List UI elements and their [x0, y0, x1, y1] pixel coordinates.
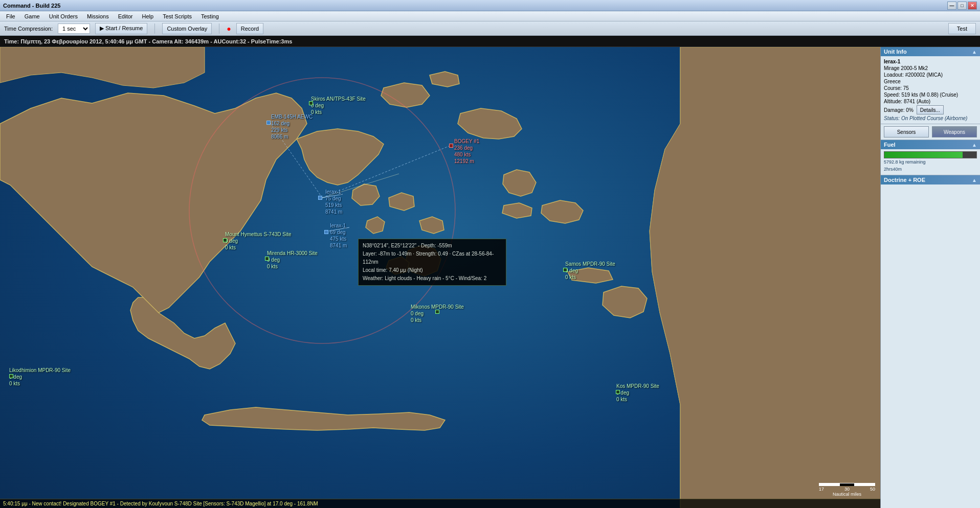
unit-likodhimion[interactable]: Likodhimion MPDR-90 Site 0 deg 0 kts: [9, 367, 71, 387]
menu-test-scripts[interactable]: Test Scripts: [159, 12, 196, 20]
minimize-button[interactable]: —: [947, 2, 956, 10]
weapons-button[interactable]: Weapons: [932, 126, 977, 137]
unit-samos[interactable]: Samos MPDR-90 Site 0 deg 0 kts: [565, 261, 615, 281]
unit-kos-name: Kos MPDR-90 Site: [616, 383, 659, 389]
fuel-content: 5792.8 kg remaining 2hrs40m: [881, 149, 980, 175]
unit-mirenda-course: 0 deg: [267, 257, 318, 263]
unit-samos-name: Samos MPDR-90 Site: [565, 261, 615, 267]
unit-likodhimion-name: Likodhimion MPDR-90 Site: [9, 367, 71, 374]
unit-skiros-course: 0 deg: [311, 102, 366, 109]
doctrine-header-label: Doctrine + ROE: [884, 177, 925, 183]
unit-ierax1a-course: 75 deg: [325, 195, 342, 202]
doctrine-header: Doctrine + ROE ▲: [881, 175, 980, 184]
unit-ierax1b-speed: 475 kts: [330, 236, 347, 242]
unit-emb145h-dot[interactable]: [266, 121, 271, 125]
unit-skiros-name: Skiros AN/TPS-43F Site: [311, 96, 366, 102]
fuel-remaining: 5792.8 kg remaining: [884, 158, 977, 166]
start-resume-button[interactable]: ▶ Start / Resume: [95, 23, 147, 34]
map[interactable]: Skiros AN/TPS-43F Site 0 deg 0 kts EMB-1…: [0, 47, 880, 508]
unit-samos-dot[interactable]: [563, 268, 567, 272]
unit-altitude-row: Altitude: 8741 (Auto): [884, 98, 977, 105]
scale-seg-1: [819, 483, 839, 486]
unit-course-row: Course: 75: [884, 85, 977, 91]
main-area: Skiros AN/TPS-43F Site 0 deg 0 kts EMB-1…: [0, 47, 980, 508]
unit-mirenda-dot[interactable]: [265, 257, 269, 261]
unit-ierax1a-dot[interactable]: [318, 196, 322, 200]
unit-mikonos-dot[interactable]: [435, 310, 439, 314]
unit-bogey1-dot[interactable]: [449, 144, 453, 148]
unit-skiros-dot[interactable]: [309, 101, 313, 105]
unit-mount-hymettus-dot[interactable]: [223, 238, 227, 242]
unit-bogey1-course: 236 deg: [454, 145, 479, 151]
unit-name-row: Ierax-1: [884, 58, 977, 65]
unit-altitude: Altitude: 8741 (Auto): [884, 99, 930, 104]
record-button[interactable]: Record: [236, 23, 263, 34]
unit-mount-hymettus[interactable]: Mount Hymettus S-743D Site 0 deg 0 kts: [225, 231, 292, 251]
scale-line: [819, 483, 875, 486]
unit-damage-row: Damage: 0% Details...: [884, 105, 977, 115]
menu-unit-orders[interactable]: Unit Orders: [45, 12, 82, 20]
fuel-header: Fuel ▲: [881, 140, 980, 149]
map-svg: [0, 47, 880, 508]
unit-likodhimion-dot[interactable]: [9, 374, 13, 378]
time-compression-select[interactable]: 1 sec 5 sec 15 sec 30 sec: [58, 24, 90, 34]
titlebar: Command - Build 225 — □ ✕: [0, 0, 980, 11]
unit-mount-hymettus-course: 0 deg: [225, 238, 292, 244]
scale-seg-3: [855, 483, 875, 486]
scale-val-3: 50: [870, 487, 875, 492]
unit-type: Mirage 2000-5 Mk2: [884, 65, 928, 71]
menu-file[interactable]: File: [2, 12, 19, 20]
menu-editor[interactable]: Editor: [114, 12, 137, 20]
toolbar-separator-1: [154, 24, 155, 34]
record-dot-icon: ●: [227, 25, 231, 32]
unit-info-header-label: Unit Info: [884, 49, 907, 55]
unit-kos-dot[interactable]: [616, 390, 620, 394]
unit-country-row: Greece: [884, 78, 977, 85]
details-button[interactable]: Details...: [917, 105, 944, 114]
unit-ierax1b-dot[interactable]: [324, 230, 328, 234]
unit-bogey1[interactable]: BOGEY #1 236 deg 480 kts 12192 m: [454, 138, 479, 165]
unit-status: Status: On Plotted Course (Airborne): [884, 116, 967, 121]
unit-ierax1a[interactable]: Ierax-1 75 deg 519 kts 8741 m: [325, 189, 342, 215]
unit-ierax1b-course: 69 deg: [330, 229, 347, 236]
unit-mirenda[interactable]: Mirenda HR-3000 Site 0 deg 0 kts: [267, 250, 318, 270]
fuel-expand[interactable]: ▲: [972, 142, 977, 148]
unit-ierax1a-speed: 519 kts: [325, 202, 342, 209]
maximize-button[interactable]: □: [957, 2, 967, 10]
unit-mirenda-name: Mirenda HR-3000 Site: [267, 250, 318, 257]
bottom-message-text: 5:40:15 μμ - New contact! Designated BOG…: [3, 501, 318, 506]
unit-ierax1b[interactable]: Ierax-1 69 deg 475 kts 8741 m: [330, 222, 347, 249]
unit-loadout-row: Loadout: #200002 (MICA): [884, 72, 977, 78]
unit-name: Ierax-1: [884, 59, 900, 64]
fuel-header-label: Fuel: [884, 142, 896, 148]
unit-info-header: Unit Info ▲: [881, 47, 980, 56]
test-button[interactable]: Test: [948, 23, 976, 34]
unit-loadout: Loadout: #200002 (MICA): [884, 72, 943, 78]
menu-missions[interactable]: Missions: [83, 12, 113, 20]
sensors-button[interactable]: Sensors: [884, 126, 929, 137]
menu-game[interactable]: Game: [20, 12, 44, 20]
time-compression-label: Time Compression:: [4, 26, 53, 32]
custom-overlay-button[interactable]: Custom Overlay: [162, 23, 212, 34]
menu-help[interactable]: Help: [138, 12, 158, 20]
unit-emb145h-speed: 229 kts: [271, 127, 313, 133]
doctrine-expand[interactable]: ▲: [972, 177, 977, 183]
sensors-weapons-row: Sensors Weapons: [881, 124, 980, 140]
unit-skiros[interactable]: Skiros AN/TPS-43F Site 0 deg 0 kts: [311, 96, 366, 116]
unit-info-expand[interactable]: ▲: [972, 49, 977, 55]
unit-kos[interactable]: Kos MPDR-90 Site 0 deg 0 kts: [616, 383, 659, 403]
unit-mount-hymettus-name: Mount Hymettus S-743D Site: [225, 231, 292, 238]
fuel-time: 2hrs40m: [884, 166, 977, 173]
unit-country: Greece: [884, 79, 901, 84]
menu-testing[interactable]: Testing: [197, 12, 223, 20]
unit-likodhimion-course: 0 deg: [9, 374, 71, 380]
close-button[interactable]: ✕: [968, 2, 977, 10]
unit-emb145h-course: 162 deg: [271, 120, 313, 127]
scale-seg-2: [839, 483, 855, 486]
titlebar-controls: — □ ✕: [947, 2, 977, 10]
unit-emb145h[interactable]: EMB-145H AEWC 162 deg 229 kts 8066 m: [271, 113, 313, 140]
fuel-bar-fill: [884, 152, 963, 158]
scale-unit-label: Nautical miles: [819, 492, 875, 497]
unit-ierax1a-alt: 8741 m: [325, 209, 342, 215]
bottom-message: 5:40:15 μμ - New contact! Designated BOG…: [0, 499, 880, 508]
